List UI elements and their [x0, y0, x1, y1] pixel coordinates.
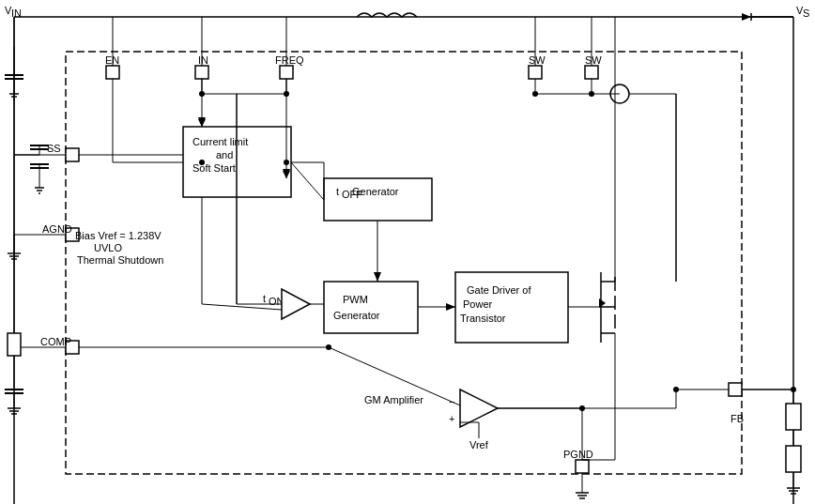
gate-driver-label: Gate Driver of: [467, 284, 531, 296]
and-label: and: [216, 149, 233, 160]
ss-pin: [66, 148, 79, 161]
in-pin: [195, 66, 208, 79]
sw1-label: SW: [529, 54, 546, 66]
generator-label2: Generator: [333, 310, 380, 321]
agnd-label: AGND: [42, 223, 72, 235]
uvlo-label: UVLO: [94, 242, 122, 253]
freq-label: FREQ: [275, 54, 304, 66]
in-label: IN: [198, 54, 208, 66]
fb-resistor2: [786, 446, 801, 472]
bias-vref-label: Bias Vref = 1.238V: [75, 230, 161, 241]
ss-label: SS: [47, 143, 61, 154]
circuit-diagram: V IN V S EN IN FREQ SW SW SS: [0, 0, 815, 504]
junction-dot5: [326, 344, 331, 350]
soft-start-label: Soft Start: [192, 162, 236, 174]
svg-rect-0: [0, 0, 815, 504]
junction-dot7: [791, 387, 796, 392]
pwm-block: [324, 282, 418, 333]
thermal-label: Thermal Shutdown: [77, 254, 163, 266]
junction-dot6: [673, 387, 679, 392]
sw1-pin: [529, 66, 542, 79]
toff-block: [324, 178, 432, 221]
junction-dot4: [589, 91, 594, 97]
en-pin: [106, 66, 119, 79]
fb-resistor1: [786, 404, 801, 430]
toff-label: t: [336, 186, 339, 197]
current-limit-label: Current limit: [192, 136, 248, 147]
plus-sign: +: [449, 413, 454, 424]
transistor-label: Transistor: [460, 313, 506, 324]
sw2-pin: [585, 66, 598, 79]
comp-label: COMP: [40, 336, 71, 347]
pgnd-label: PGND: [563, 449, 593, 460]
generator-label1: Generator: [352, 186, 399, 197]
gm-amplifier-label: GM Amplifier: [364, 394, 423, 405]
svg-rect-42: [8, 333, 21, 356]
vin-sub: IN: [11, 8, 22, 19]
vs-sub: S: [803, 8, 809, 19]
junction-dot3: [532, 91, 538, 97]
power-label: Power: [463, 298, 493, 310]
junction-dot1: [284, 160, 289, 165]
fb-label: FB: [730, 413, 744, 424]
ton-label: t: [263, 293, 266, 304]
sw2-label: SW: [585, 54, 602, 66]
pgnd-pin: [576, 460, 589, 473]
vref-label: Vref: [469, 439, 489, 451]
junction-dot2: [199, 160, 205, 165]
pwm-label: PWM: [343, 294, 368, 305]
freq-pin: [280, 66, 293, 79]
fb-pin: [729, 383, 742, 396]
